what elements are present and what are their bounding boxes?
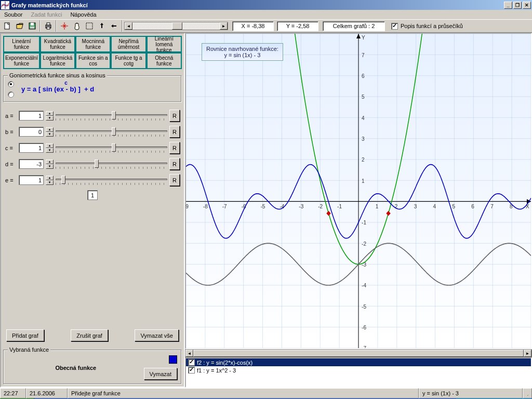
svg-rect-3 <box>31 23 34 25</box>
svg-text:-1: -1 <box>362 219 366 226</box>
minimize-button[interactable]: _ <box>504 2 512 9</box>
svg-text:-2: -2 <box>318 203 323 210</box>
param-e-reset[interactable]: R <box>169 174 180 186</box>
clear-all-button[interactable]: Vymazat vše <box>135 329 179 341</box>
status-formula: y = sin (1x) - 3 <box>419 388 523 398</box>
menu-help[interactable]: Nápověda <box>67 10 99 19</box>
app-icon <box>1 1 9 9</box>
svg-text:-2: -2 <box>362 240 366 247</box>
param-d-slider[interactable] <box>56 158 167 170</box>
labels-checkbox-label: Popis funkcí a průsečíků <box>401 23 463 29</box>
param-e-input[interactable] <box>19 175 44 185</box>
close-button[interactable]: ✕ <box>523 2 531 9</box>
cat-inverse[interactable]: Nepřímá úměrnost <box>111 36 146 52</box>
param-b-reset[interactable]: R <box>169 126 180 138</box>
scroll-right-icon[interactable]: ► <box>220 22 228 30</box>
status-bar: 22:27 21.6.2006 Přidejte graf funkce y =… <box>0 388 532 398</box>
plot-scroll-right-icon[interactable]: ► <box>524 350 531 357</box>
cancel-graph-button[interactable]: Zrušit graf <box>71 329 108 341</box>
cat-tg-cotg[interactable]: Funkce tg a cotg <box>111 52 146 69</box>
title-bar: Grafy matematických funkcí _ ❐ ✕ <box>0 0 532 10</box>
param-a-slider[interactable] <box>56 110 167 122</box>
param-a-spinner[interactable]: ▲▼ <box>46 111 54 121</box>
svg-rect-8 <box>86 23 92 29</box>
param-c-row: c = ▲▼ R <box>5 142 180 154</box>
svg-text:-3: -3 <box>299 203 303 210</box>
coord-x-display: X = -8,38 <box>232 21 274 31</box>
param-d-input[interactable] <box>19 159 44 169</box>
add-graph-button[interactable]: Přidat graf <box>6 329 44 341</box>
radio-cos[interactable] <box>8 91 14 98</box>
cat-exponential[interactable]: Exponenciální funkce <box>3 52 40 69</box>
param-d-label: d = <box>5 161 17 167</box>
menu-file[interactable]: Soubor <box>1 10 25 19</box>
print-icon[interactable] <box>42 20 54 32</box>
cat-quadratic[interactable]: Kvadratická funkce <box>40 36 75 52</box>
param-e-slider[interactable] <box>56 175 167 186</box>
svg-text:-4: -4 <box>362 282 366 289</box>
param-d-spinner[interactable]: ▲▼ <box>46 159 54 169</box>
open-icon[interactable] <box>14 20 25 32</box>
f2-label: f2 : y = sin(2*x)-cos(x) <box>197 360 252 366</box>
param-a-input[interactable] <box>19 111 44 121</box>
param-a-row: a = ▲▼ R <box>5 110 180 122</box>
param-c-spinner[interactable]: ▲▼ <box>46 143 54 153</box>
legend-line2: y = sin (1x) - 3 <box>206 52 278 58</box>
f1-checkbox[interactable] <box>188 367 195 374</box>
formula-text: y = a [ sin (ex - b) ] + d <box>21 85 94 93</box>
zoom-box-icon[interactable] <box>83 20 95 32</box>
function-row-f2[interactable]: f2 : y = sin(2*x)-cos(x) <box>186 358 531 366</box>
x-scroll[interactable]: ◄ ► <box>124 22 228 30</box>
function-row-f1[interactable]: f1 : y = 1x^2 - 3 <box>186 366 531 374</box>
cat-general[interactable]: Obecná funkce <box>147 52 182 69</box>
svg-text:-5: -5 <box>261 203 265 210</box>
param-b-slider[interactable] <box>56 126 167 138</box>
svg-text:1: 1 <box>362 177 365 184</box>
svg-text:7: 7 <box>490 203 494 210</box>
param-c-slider[interactable] <box>56 142 167 154</box>
radio-sin[interactable] <box>8 81 14 87</box>
cat-power[interactable]: Mocninná funkce <box>75 36 111 52</box>
svg-rect-1 <box>5 23 9 29</box>
color-swatch[interactable] <box>169 355 177 364</box>
svg-rect-4 <box>30 26 34 29</box>
param-c-reset[interactable]: R <box>169 142 180 154</box>
param-e-spinner[interactable]: ▲▼ <box>46 176 54 185</box>
svg-rect-82 <box>386 211 391 216</box>
hand-icon[interactable] <box>71 20 83 32</box>
zoom-in-icon[interactable] <box>96 20 108 32</box>
save-icon[interactable] <box>26 20 38 32</box>
plot-scroll-left-icon[interactable]: ◄ <box>185 350 193 357</box>
function-list[interactable]: f2 : y = sin(2*x)-cos(x) f1 : y = 1x^2 -… <box>185 357 532 388</box>
cat-sin-cos[interactable]: Funkce sin a cos <box>75 52 111 69</box>
param-b-input[interactable] <box>19 127 44 137</box>
restore-button[interactable]: ❐ <box>513 2 522 9</box>
selected-function-title: Vybraná funkce <box>8 347 50 353</box>
svg-text:3: 3 <box>414 203 417 210</box>
scroll-left-icon[interactable]: ◄ <box>125 22 132 30</box>
labels-checkbox[interactable] <box>391 23 398 30</box>
param-extra-input[interactable] <box>87 190 98 200</box>
selected-function-box: Vybraná funkce Obecná funkce Vymazat <box>3 350 182 384</box>
zoom-out-icon[interactable] <box>108 20 120 32</box>
crosshair-icon[interactable] <box>58 20 70 32</box>
f2-checkbox[interactable] <box>188 359 195 366</box>
param-b-spinner[interactable]: ▲▼ <box>46 127 54 137</box>
cat-rational[interactable]: Lineární lomená funkce <box>147 36 182 52</box>
erase-button[interactable]: Vymazat <box>144 368 177 380</box>
svg-text:7: 7 <box>362 51 365 58</box>
svg-text:4: 4 <box>362 114 365 121</box>
parameters: a = ▲▼ R b = ▲▼ R c = ▲▼ R d = <box>3 105 182 200</box>
resize-grip[interactable] <box>523 388 532 398</box>
param-b-row: b = ▲▼ R <box>5 126 180 138</box>
svg-text:-5: -5 <box>362 303 366 310</box>
cat-linear[interactable]: Lineární funkce <box>3 36 40 52</box>
svg-text:6: 6 <box>362 73 365 79</box>
cat-logarithmic[interactable]: Logaritmická funkce <box>40 52 75 69</box>
param-d-reset[interactable]: R <box>169 158 180 170</box>
plot-area[interactable]: XY-9-8-7-6-5-4-3-2-112345678-7-6-5-4-3-2… <box>185 33 532 349</box>
param-a-reset[interactable]: R <box>169 110 180 122</box>
new-icon[interactable] <box>1 20 13 32</box>
plot-h-scroll[interactable]: ◄ ► <box>185 349 532 357</box>
param-c-input[interactable] <box>19 143 44 153</box>
